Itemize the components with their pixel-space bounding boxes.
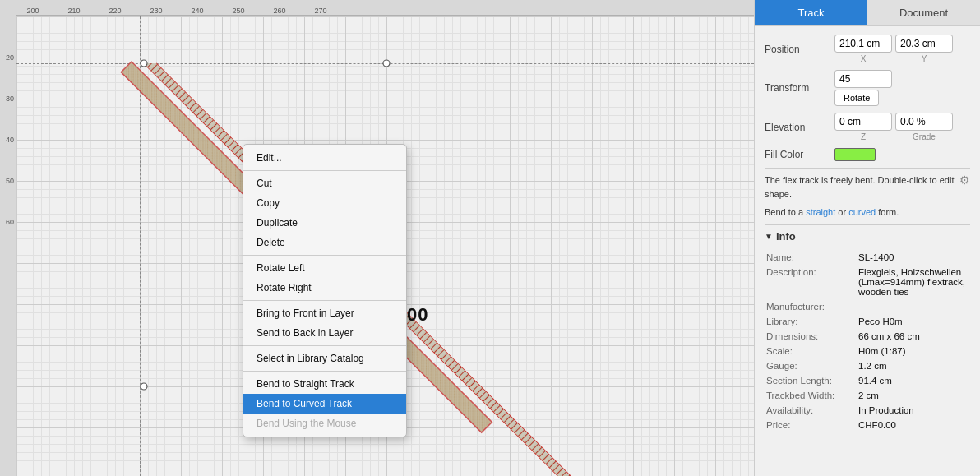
menu-separator-5 <box>243 371 406 372</box>
fill-color-swatch[interactable] <box>834 148 876 161</box>
ruler-mark-200: 200 <box>26 7 39 15</box>
fill-color-label: Fill Color <box>765 149 834 160</box>
context-menu: Edit... Cut Copy Duplicate Delete Rotate… <box>243 144 407 437</box>
section-length-value: 91.4 cm <box>858 374 968 387</box>
menu-item-copy[interactable]: Copy <box>243 193 406 213</box>
availability-label: Availability: <box>766 404 857 417</box>
info-table: Name: SL-1400 Description: Flexgleis, Ho… <box>765 249 970 433</box>
menu-item-delete[interactable]: Delete <box>243 233 406 252</box>
menu-item-cut[interactable]: Cut <box>243 173 406 193</box>
elevation-inputs: Z Grade <box>834 113 970 141</box>
position-inputs: X Y <box>834 35 970 63</box>
straight-link[interactable]: straight <box>806 207 835 217</box>
info-section-label: Info <box>776 230 796 243</box>
position-y-input[interactable] <box>895 35 953 53</box>
panel-content: Position X Y Transform Rotate Ele <box>755 26 980 476</box>
menu-item-edit[interactable]: Edit... <box>243 148 406 168</box>
ruler-mark-270: 270 <box>314 7 326 15</box>
fill-color-row: Fill Color <box>765 148 970 161</box>
transform-group: Rotate <box>834 70 892 106</box>
bend-form-text: Bend to a straight or curved form. <box>765 206 970 220</box>
gauge-label: Gauge: <box>766 359 857 372</box>
info-row-description: Description: Flexgleis, Holzschwellen (L… <box>766 266 968 298</box>
menu-item-select-library[interactable]: Select in Library Catalog <box>243 349 406 368</box>
position-y-label: Y <box>922 54 927 63</box>
flex-info-text: The flex track is freely bent. Double-cl… <box>765 173 970 201</box>
elevation-row: Elevation Z Grade <box>765 113 970 141</box>
position-row: Position X Y <box>765 35 970 63</box>
elevation-z-label: Z <box>861 132 866 141</box>
panel-tabs: Track Document <box>755 0 980 26</box>
name-label: Name: <box>766 251 857 264</box>
flex-info-container: ⚙ The flex track is freely bent. Double-… <box>765 173 970 220</box>
menu-item-bend-straight[interactable]: Bend to Straight Track <box>243 374 406 394</box>
info-row-availability: Availability: In Production <box>766 404 968 417</box>
library-label: Library: <box>766 315 857 328</box>
tab-track[interactable]: Track <box>755 0 867 25</box>
elevation-grade-input[interactable] <box>895 113 953 131</box>
info-row-gauge: Gauge: 1.2 cm <box>766 359 968 372</box>
price-label: Price: <box>766 418 857 432</box>
menu-item-duplicate[interactable]: Duplicate <box>243 213 406 233</box>
position-y-group: Y <box>895 35 953 63</box>
canvas-area[interactable]: 200 210 220 230 240 250 260 270 20 30 40… <box>0 0 754 476</box>
guide-line-vertical <box>140 16 141 476</box>
library-value: Peco H0m <box>858 315 968 328</box>
ruler-mark-40: 40 <box>6 136 14 144</box>
menu-item-bend-mouse: Bend Using the Mouse <box>243 414 406 433</box>
menu-item-rotate-right[interactable]: Rotate Right <box>243 278 406 298</box>
gear-icon[interactable]: ⚙ <box>959 173 970 187</box>
position-x-input[interactable] <box>834 35 892 53</box>
curved-link[interactable]: curved <box>848 207 876 217</box>
ruler-mark-260: 260 <box>273 7 285 15</box>
guide-line-horizontal <box>16 63 754 64</box>
menu-item-rotate-left[interactable]: Rotate Left <box>243 258 406 278</box>
info-row-manufacturer: Manufacturer: <box>766 300 968 313</box>
availability-value: In Production <box>858 404 968 417</box>
elevation-z-input[interactable] <box>834 113 892 131</box>
dimensions-label: Dimensions: <box>766 330 857 343</box>
ruler-mark-20: 20 <box>6 53 14 62</box>
ruler-mark-250: 250 <box>232 7 244 15</box>
transform-row: Transform Rotate <box>765 70 970 106</box>
scale-value: H0m (1:87) <box>858 344 968 358</box>
position-x-label: X <box>861 54 867 63</box>
triangle-icon: ▼ <box>765 232 773 241</box>
elevation-z-group: Z <box>834 113 892 141</box>
elevation-grade-label: Grade <box>913 132 936 141</box>
name-value: SL-1400 <box>858 251 968 264</box>
ruler-mark-50: 50 <box>6 177 14 185</box>
transform-label: Transform <box>765 82 834 94</box>
ruler-mark-30: 30 <box>6 95 14 103</box>
transform-input[interactable] <box>834 70 892 88</box>
ruler-mark-60: 60 <box>6 218 14 226</box>
tab-document[interactable]: Document <box>867 0 980 25</box>
right-panel: Track Document Position X Y Transform <box>754 0 980 476</box>
ruler-vertical: 20 30 40 50 60 <box>0 0 16 476</box>
menu-separator-1 <box>243 170 406 171</box>
gauge-value: 1.2 cm <box>858 359 968 372</box>
trackbed-width-value: 2 cm <box>858 389 968 402</box>
trackbed-width-label: Trackbed Width: <box>766 389 857 402</box>
rotate-button[interactable]: Rotate <box>834 90 879 106</box>
position-x-group: X <box>834 35 892 63</box>
menu-item-send-back[interactable]: Send to Back in Layer <box>243 323 406 343</box>
info-row-scale: Scale: H0m (1:87) <box>766 344 968 358</box>
info-row-price: Price: CHF0.00 <box>766 418 968 432</box>
menu-separator-3 <box>243 300 406 301</box>
dimensions-value: 66 cm x 66 cm <box>858 330 968 343</box>
info-row-section-length: Section Length: 91.4 cm <box>766 374 968 387</box>
ruler-mark-230: 230 <box>150 7 162 15</box>
divider-1 <box>765 168 970 169</box>
manufacturer-label: Manufacturer: <box>766 300 857 313</box>
menu-item-bend-curved[interactable]: Bend to Curved Track <box>243 394 406 414</box>
section-length-label: Section Length: <box>766 374 857 387</box>
description-label: Description: <box>766 266 857 298</box>
divider-2 <box>765 224 970 225</box>
info-section-header[interactable]: ▼ Info <box>765 230 970 243</box>
ruler-mark-210: 210 <box>67 7 80 15</box>
menu-item-bring-front[interactable]: Bring to Front in Layer <box>243 303 406 323</box>
info-row-name: Name: SL-1400 <box>766 251 968 264</box>
menu-separator-2 <box>243 255 406 256</box>
elevation-grade-group: Grade <box>895 113 953 141</box>
